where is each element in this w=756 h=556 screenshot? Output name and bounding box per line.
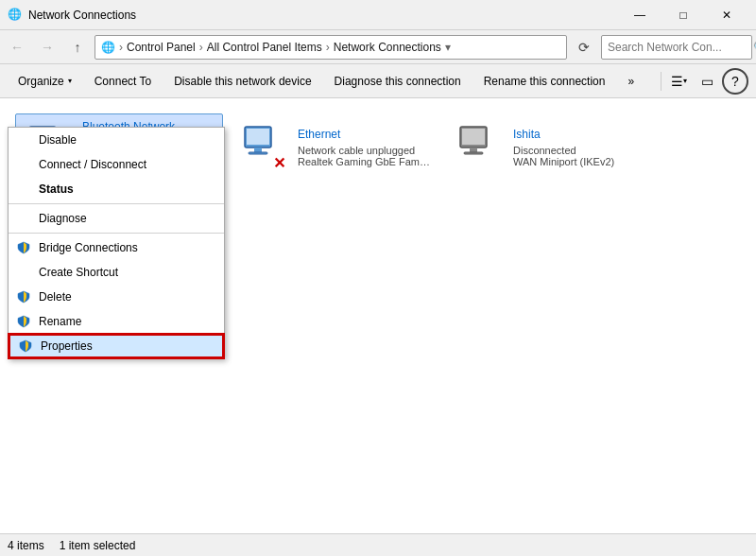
close-button[interactable]: ✕: [705, 0, 748, 30]
context-menu-label: Delete: [39, 290, 72, 304]
items-count: 4 items: [8, 539, 44, 552]
network-item-ethernet[interactable]: ✕ Ethernet Network cable unplugged Realt…: [231, 113, 438, 182]
minimize-button[interactable]: —: [618, 0, 662, 30]
svg-rect-9: [249, 152, 267, 154]
context-menu-label: Rename: [39, 315, 81, 328]
breadcrumb-all-items[interactable]: All Control Panel Items: [207, 41, 322, 54]
window-icon: 🌐: [8, 8, 23, 23]
breadcrumb-icon: 🌐: [101, 41, 115, 54]
context-menu-label: Create Shortcut: [39, 266, 118, 279]
svg-rect-11: [462, 129, 485, 145]
ethernet-name: Ethernet: [298, 128, 430, 143]
selected-count: 1 item selected: [60, 539, 136, 552]
status-bar: 4 items 1 item selected: [0, 533, 756, 556]
ishita-name: Ishita: [513, 128, 645, 143]
context-menu-label: Properties: [41, 339, 93, 353]
address-bar: ← → ↑ 🌐 › Control Panel › All Control Pa…: [0, 30, 756, 64]
ethernet-icon-wrap: ✕: [239, 123, 288, 172]
search-box[interactable]: 🔍: [601, 35, 752, 60]
shield-icon: [16, 240, 31, 255]
ethernet-type: Realtek Gaming GbE Family Contr...: [298, 156, 430, 167]
network-item-ishita[interactable]: Ishita Disconnected WAN Miniport (IKEv2): [446, 113, 654, 182]
context-menu-item-connect-/-disconnect[interactable]: Connect / Disconnect: [9, 152, 224, 177]
main-content: ℬ ✕ Bluetooth Network Connection Not con…: [0, 98, 756, 533]
context-menu-label: Status: [39, 182, 74, 196]
ethernet-status: Network cable unplugged: [298, 145, 430, 156]
context-menu-item-status[interactable]: Status: [9, 177, 224, 201]
breadcrumb-network[interactable]: Network Connections: [334, 41, 441, 54]
shield-icon: [18, 339, 33, 354]
maximize-button[interactable]: □: [662, 0, 705, 30]
context-menu-item-bridge-connections[interactable]: Bridge Connections: [9, 235, 224, 260]
forward-button[interactable]: →: [34, 34, 60, 61]
organize-button[interactable]: Organize ▾: [8, 68, 82, 95]
breadcrumb-control-panel[interactable]: Control Panel: [127, 41, 196, 54]
title-bar: 🌐 Network Connections — □ ✕: [0, 0, 756, 30]
window-title: Network Connections: [28, 9, 618, 22]
toolbar-right: ☰ ▾ ▭ ?: [659, 68, 748, 95]
svg-rect-12: [470, 148, 477, 152]
ishita-icon-wrap: [455, 123, 504, 172]
context-menu-item-create-shortcut[interactable]: Create Shortcut: [9, 260, 224, 285]
svg-rect-8: [254, 148, 262, 152]
svg-rect-7: [247, 129, 269, 145]
toolbar-separator: [661, 72, 662, 91]
more-button[interactable]: »: [617, 68, 644, 95]
help-button[interactable]: ?: [722, 68, 748, 95]
connect-to-button[interactable]: Connect To: [84, 68, 163, 95]
ishita-status: Disconnected: [513, 145, 645, 156]
context-menu-label: Disable: [39, 133, 77, 147]
title-bar-controls: — □ ✕: [618, 0, 748, 30]
view-button[interactable]: ☰ ▾: [665, 68, 692, 95]
back-button[interactable]: ←: [4, 34, 30, 61]
context-menu-item-rename[interactable]: Rename: [9, 309, 224, 334]
context-menu-label: Diagnose: [39, 212, 87, 225]
shield-icon: [16, 314, 31, 329]
context-menu-label: Bridge Connections: [39, 241, 138, 254]
shield-icon: [16, 289, 31, 304]
layout-button[interactable]: ▭: [694, 68, 720, 95]
address-path[interactable]: 🌐 › Control Panel › All Control Panel It…: [94, 35, 567, 60]
context-menu-item-diagnose[interactable]: Diagnose: [9, 206, 224, 231]
context-menu: DisableConnect / DisconnectStatusDiagnos…: [8, 127, 225, 359]
ishita-info: Ishita Disconnected WAN Miniport (IKEv2): [513, 128, 645, 167]
refresh-button[interactable]: ⟳: [571, 34, 597, 61]
ethernet-info: Ethernet Network cable unplugged Realtek…: [298, 128, 430, 167]
context-menu-separator: [9, 233, 224, 234]
context-menu-label: Connect / Disconnect: [39, 158, 146, 171]
context-menu-separator: [9, 203, 224, 204]
up-button[interactable]: ↑: [64, 34, 91, 61]
diagnose-button[interactable]: Diagnose this connection: [324, 68, 472, 95]
context-menu-item-disable[interactable]: Disable: [9, 128, 224, 152]
svg-rect-13: [464, 152, 483, 154]
context-menu-item-delete[interactable]: Delete: [9, 285, 224, 309]
ishita-type: WAN Miniport (IKEv2): [513, 156, 645, 167]
context-menu-item-properties[interactable]: Properties: [9, 334, 224, 358]
rename-connection-button[interactable]: Rename this connection: [473, 68, 616, 95]
search-input[interactable]: [608, 41, 749, 54]
ishita-computer-icon: [455, 123, 500, 168]
status-badge-x-ethernet: ✕: [269, 153, 288, 172]
disable-device-button[interactable]: Disable this network device: [163, 68, 321, 95]
toolbar: Organize ▾ Connect To Disable this netwo…: [0, 64, 756, 98]
